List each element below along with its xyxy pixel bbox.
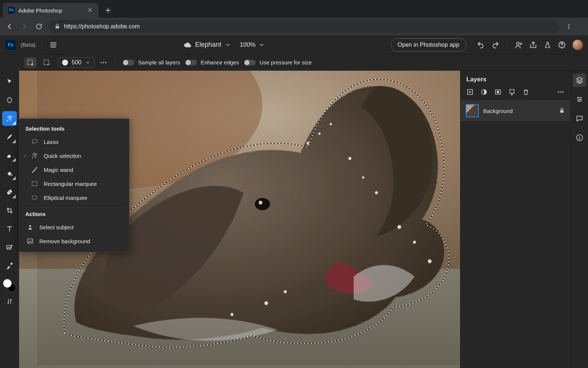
help-button[interactable]	[558, 41, 566, 49]
svg-point-12	[12, 117, 12, 118]
place-image-tool[interactable]	[2, 240, 17, 255]
lock-icon[interactable]	[559, 107, 565, 114]
eraser-tool[interactable]	[2, 148, 17, 163]
flyout-item-quick-selection[interactable]: ✓ Quick selection	[19, 149, 129, 163]
enhance-edges-toggle[interactable]	[185, 60, 197, 66]
browser-reload-button[interactable]	[34, 21, 44, 32]
svg-point-25	[348, 157, 351, 160]
crop-tool[interactable]	[2, 203, 17, 218]
flyout-item-label: Select subject	[39, 224, 74, 230]
svg-point-11	[11, 116, 11, 117]
browser-back-button[interactable]	[4, 21, 15, 32]
selection-subtract-button[interactable]	[40, 57, 53, 68]
flyout-item-rectangular-marquee[interactable]: Rectangular marquee	[19, 177, 129, 191]
tab-close-icon[interactable]	[87, 7, 93, 13]
undo-button[interactable]	[477, 41, 485, 49]
browser-forward-button[interactable]	[19, 21, 29, 32]
document-name: Elephant	[195, 41, 221, 49]
select-subject-icon	[26, 223, 34, 231]
open-in-app-button[interactable]: Open in Photoshop app	[391, 38, 466, 52]
color-swatches[interactable]	[3, 279, 16, 292]
photoshop-logo-icon[interactable]: Ps	[5, 39, 16, 50]
app-menu-button[interactable]	[49, 41, 57, 49]
svg-rect-6	[28, 60, 33, 64]
svg-point-47	[562, 91, 563, 92]
swap-colors-button[interactable]	[2, 296, 17, 307]
labs-button[interactable]	[544, 41, 551, 49]
flyout-item-elliptical-marquee[interactable]: Elliptical marquee	[19, 191, 129, 205]
zoom-control[interactable]: 100%	[240, 41, 264, 49]
svg-point-21	[259, 201, 262, 204]
document-switcher[interactable]: Elephant	[183, 41, 231, 49]
use-pressure-toggle[interactable]	[244, 60, 256, 66]
sample-all-layers-label: Sample all layers	[138, 59, 180, 66]
clipping-mask-button[interactable]	[508, 88, 516, 96]
brush-size-value: 500	[72, 59, 82, 66]
brush-size-control[interactable]: 500	[58, 57, 94, 68]
svg-rect-44	[510, 89, 514, 93]
invite-button[interactable]	[514, 41, 523, 49]
enhance-edges-label: Enhance edges	[201, 59, 239, 66]
flyout-item-label: Rectangular marquee	[44, 181, 97, 187]
add-layer-button[interactable]	[466, 88, 474, 96]
svg-rect-0	[55, 26, 59, 29]
flyout-item-label: Remove background	[39, 238, 90, 244]
layer-mask-button[interactable]	[494, 88, 502, 96]
healing-tool[interactable]	[2, 185, 17, 199]
svg-point-4	[517, 42, 519, 45]
comments-panel-toggle[interactable]	[573, 112, 586, 125]
browser-toolbar: https://photoshop.adobe.com	[0, 18, 588, 35]
svg-point-3	[569, 28, 570, 29]
svg-point-27	[375, 191, 378, 194]
adjustment-layer-button[interactable]	[480, 88, 488, 96]
layer-row[interactable]: Background	[460, 100, 570, 121]
flyout-action-select-subject[interactable]: Select subject	[19, 220, 129, 234]
selection-tool[interactable]	[2, 111, 17, 126]
flyout-section-title: Selection tools	[25, 125, 123, 132]
browser-tab[interactable]: Ps Adobe Photoshop	[3, 3, 98, 18]
redo-button[interactable]	[491, 41, 499, 49]
svg-point-46	[560, 91, 561, 92]
share-button[interactable]	[529, 41, 537, 49]
eyedropper-tool[interactable]	[2, 258, 17, 273]
svg-rect-7	[44, 60, 49, 64]
fill-tool[interactable]	[2, 166, 17, 181]
chevron-down-icon	[225, 42, 231, 48]
delete-layer-button[interactable]	[522, 88, 530, 96]
svg-point-29	[413, 241, 416, 244]
info-panel-toggle[interactable]	[573, 131, 586, 144]
svg-rect-36	[32, 181, 37, 186]
remove-background-icon	[26, 237, 34, 245]
svg-point-35	[37, 154, 37, 155]
svg-point-33	[230, 313, 233, 316]
user-avatar[interactable]	[573, 40, 583, 50]
properties-panel-toggle[interactable]	[573, 93, 586, 106]
sample-all-layers-toggle[interactable]	[123, 60, 135, 66]
new-tab-button[interactable]	[102, 4, 114, 16]
chevron-down-icon	[259, 42, 265, 48]
transform-tool[interactable]	[2, 93, 17, 107]
check-icon: ✓	[23, 153, 28, 159]
layer-more-button[interactable]	[557, 88, 564, 96]
move-tool[interactable]	[2, 74, 17, 89]
svg-point-9	[103, 62, 104, 63]
flyout-item-lasso[interactable]: Lasso	[19, 135, 129, 149]
browser-menu-button[interactable]	[564, 21, 574, 32]
more-options-button[interactable]	[100, 59, 108, 67]
svg-point-24	[330, 123, 332, 125]
selection-add-button[interactable]	[24, 57, 37, 68]
brush-tool[interactable]	[2, 130, 17, 144]
elliptical-marquee-icon	[31, 194, 39, 202]
foreground-color[interactable]	[3, 279, 12, 288]
layers-panel-toggle[interactable]	[573, 74, 586, 87]
svg-point-2	[569, 26, 570, 27]
flyout-item-magic-wand[interactable]: Magic wand	[19, 163, 129, 177]
svg-point-1	[569, 24, 570, 25]
separator	[25, 208, 124, 208]
svg-point-8	[100, 62, 102, 63]
browser-url-bar[interactable]: https://photoshop.adobe.com	[49, 20, 559, 33]
flyout-action-remove-background[interactable]: Remove background	[19, 234, 129, 248]
type-tool[interactable]	[2, 222, 17, 236]
selection-tools-flyout: Selection tools Lasso ✓ Quick selection …	[19, 118, 129, 252]
brush-dot-icon	[62, 60, 68, 66]
